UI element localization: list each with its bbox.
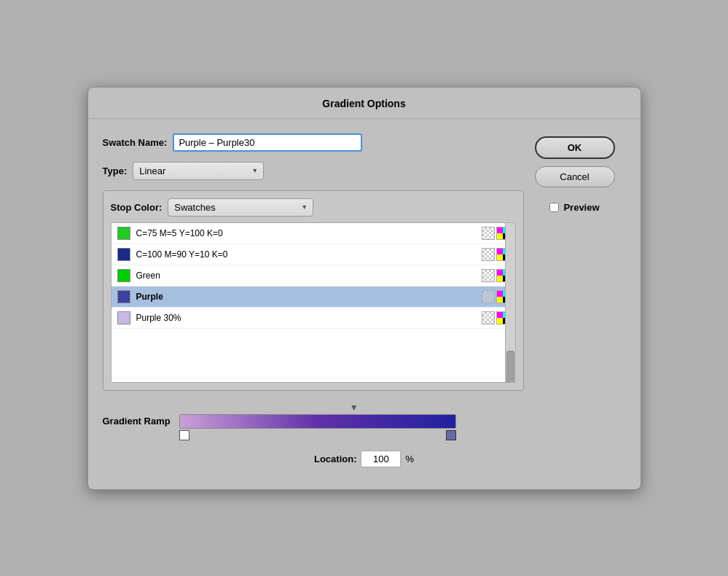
percent-label: % bbox=[405, 454, 414, 464]
stop-color-label: Stop Color: bbox=[111, 202, 163, 213]
preview-checkbox[interactable] bbox=[549, 203, 559, 212]
ramp-stops bbox=[179, 430, 456, 440]
gradient-ramp-label: Gradient Ramp bbox=[103, 416, 171, 427]
list-item[interactable]: Green bbox=[111, 265, 515, 287]
swatch-name: C=75 M=5 Y=100 K=0 bbox=[136, 228, 476, 238]
ramp-arrow-indicator: ▼ bbox=[350, 402, 359, 413]
location-label: Location: bbox=[314, 454, 357, 464]
list-item[interactable]: Purple bbox=[111, 287, 515, 308]
ok-button[interactable]: OK bbox=[535, 136, 615, 159]
color-swatch bbox=[117, 227, 130, 240]
stop-color-group: Stop Color: Swatches RGB CMYK HSB Lab Gr… bbox=[103, 190, 524, 391]
gradient-options-dialog: Gradient Options Swatch Name: Type: Line… bbox=[87, 87, 641, 490]
color-swatch bbox=[117, 248, 130, 261]
list-item[interactable]: C=75 M=5 Y=100 K=0 bbox=[111, 223, 515, 244]
list-item[interactable]: Purple 30% bbox=[111, 308, 515, 329]
list-item[interactable]: C=100 M=90 Y=10 K=0 bbox=[111, 244, 515, 265]
location-row: Location: % bbox=[103, 451, 626, 467]
scrollbar-thumb[interactable] bbox=[506, 351, 514, 383]
swatch-name: Purple bbox=[136, 292, 476, 302]
right-panel: OK Cancel Preview bbox=[524, 133, 626, 391]
gradient-section: Gradient Ramp ▼ Location: % bbox=[88, 402, 641, 467]
stop-color-label-row: Stop Color: Swatches RGB CMYK HSB Lab Gr… bbox=[111, 198, 516, 217]
swatch-name: Green bbox=[136, 271, 476, 281]
swatch-name: C=100 M=90 Y=10 K=0 bbox=[136, 249, 476, 260]
cancel-button[interactable]: Cancel bbox=[535, 166, 615, 187]
checker-icon bbox=[482, 311, 495, 324]
type-select[interactable]: Linear Radial bbox=[133, 162, 264, 180]
color-swatch bbox=[117, 290, 130, 303]
swatch-name-row: Swatch Name: bbox=[103, 133, 524, 152]
swatch-name-label: Swatch Name: bbox=[103, 137, 168, 148]
preview-label: Preview bbox=[563, 202, 599, 213]
gradient-ramp-container: ▼ bbox=[179, 402, 456, 440]
stop-color-select-wrapper: Swatches RGB CMYK HSB Lab Grayscale bbox=[168, 198, 313, 217]
checker-icon bbox=[482, 290, 495, 303]
left-panel: Swatch Name: Type: Linear Radial Stop Co… bbox=[103, 133, 524, 391]
location-input[interactable] bbox=[361, 451, 401, 467]
color-swatch bbox=[117, 269, 130, 282]
type-label: Type: bbox=[103, 166, 128, 176]
checker-icon bbox=[482, 269, 495, 282]
checker-icon bbox=[482, 227, 495, 240]
swatch-name-input[interactable] bbox=[173, 133, 362, 152]
scrollbar[interactable] bbox=[505, 223, 515, 382]
dialog-title: Gradient Options bbox=[88, 87, 641, 119]
swatch-list: C=75 M=5 Y=100 K=0 C=100 M=90 Y=10 K=0 bbox=[111, 222, 516, 383]
gradient-ramp-row: Gradient Ramp ▼ bbox=[103, 402, 626, 440]
stop-handle-right[interactable] bbox=[446, 430, 456, 440]
swatch-name: Purple 30% bbox=[136, 313, 476, 323]
type-row: Type: Linear Radial bbox=[103, 162, 524, 180]
checker-icon bbox=[482, 248, 495, 261]
gradient-ramp-bar[interactable] bbox=[179, 414, 456, 429]
type-select-wrapper: Linear Radial bbox=[133, 162, 264, 180]
stop-handle-left[interactable] bbox=[179, 430, 189, 440]
color-swatch bbox=[117, 311, 130, 324]
stop-color-select[interactable]: Swatches RGB CMYK HSB Lab Grayscale bbox=[168, 198, 313, 217]
preview-row: Preview bbox=[549, 202, 599, 213]
